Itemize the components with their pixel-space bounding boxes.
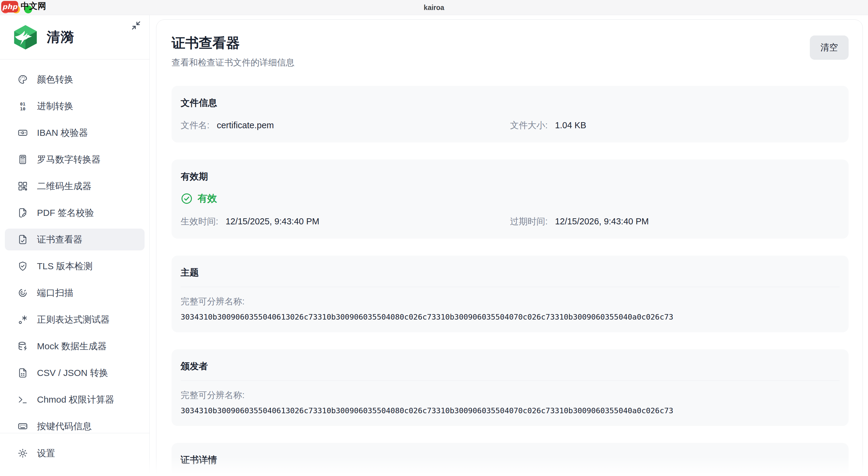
qrcode-icon [18, 181, 28, 191]
shield-check-icon [18, 261, 28, 271]
calculator-icon [18, 154, 28, 165]
valid-from-row: 生效时间: 12/15/2025, 9:43:40 PM [181, 215, 510, 228]
sidebar-item-label: PDF 签名校验 [37, 207, 94, 219]
file-name-label: 文件名: [181, 120, 210, 130]
sidebar-item-certificate-viewer[interactable]: 证书查看器 [5, 229, 145, 250]
valid-from-label: 生效时间: [181, 216, 218, 226]
issuer-dn-label: 完整可分辨名称: [181, 389, 839, 401]
subject-card: 主题 完整可分辨名称: 3034310b3009060355040613026c… [172, 256, 848, 332]
file-name-value: certificate.pem [217, 120, 274, 130]
sidebar-item-label: 按键代码信息 [37, 420, 92, 433]
issuer-card: 颁发者 完整可分辨名称: 3034310b3009060355040613026… [172, 349, 848, 426]
radar-icon [18, 288, 28, 298]
sidebar-footer: 设置 [0, 433, 149, 476]
circle-check-icon [181, 192, 193, 205]
banknote-icon [18, 128, 28, 138]
file-size-row: 文件大小: 1.04 KB [510, 119, 839, 131]
app-logo-icon [11, 23, 39, 51]
file-pen-icon [18, 208, 28, 218]
sidebar-item-label: CSV / JSON 转换 [37, 367, 108, 379]
subject-card-title: 主题 [181, 267, 839, 279]
file-table-icon [18, 368, 28, 378]
certificate-details-title: 证书详情 [181, 454, 839, 466]
card-divider [181, 287, 839, 287]
sidebar-item-label: 证书查看器 [37, 234, 83, 246]
sidebar-item-base-converter[interactable]: 01 10 进制转换 [5, 95, 145, 117]
sidebar-collapse-button[interactable] [129, 19, 143, 32]
validity-card-title: 有效期 [181, 170, 839, 183]
panel-header: 证书查看器 查看和检查证书文件的详细信息 清空 [172, 35, 848, 69]
validity-status: 有效 [181, 192, 839, 205]
sidebar-item-label: IBAN 校验器 [37, 127, 88, 139]
sidebar-item-regex-tester[interactable]: 正则表达式测试器 [5, 309, 145, 330]
clear-button[interactable]: 清空 [810, 35, 848, 60]
file-check-icon [18, 234, 28, 245]
valid-to-row: 过期时间: 12/15/2026, 9:43:40 PM [510, 215, 839, 228]
sidebar-item-chmod-calculator[interactable]: Chmod 权限计算器 [5, 389, 145, 411]
sidebar-item-label: 颜色转换 [37, 73, 73, 86]
validity-card: 有效期 有效 生效时间: 12/15/2025, 9:43:40 PM 过期时间… [172, 159, 848, 239]
sidebar-item-pdf-signature-check[interactable]: PDF 签名校验 [5, 202, 145, 224]
subject-dn-label: 完整可分辨名称: [181, 296, 839, 308]
certificate-viewer-panel: 证书查看器 查看和检查证书文件的详细信息 清空 文件信息 文件名: certif… [156, 20, 863, 476]
sidebar: 清漪 颜色转换 01 10 进制转换 [0, 15, 150, 476]
page-subtitle: 查看和检查证书文件的详细信息 [172, 57, 294, 69]
sidebar-item-iban-validator[interactable]: IBAN 校验器 [5, 122, 145, 144]
sidebar-item-color-converter[interactable]: 颜色转换 [5, 68, 145, 90]
sidebar-item-label: Mock 数据生成器 [37, 340, 107, 353]
window-title: kairoa [0, 0, 868, 15]
app-logo-text: 清漪 [47, 28, 74, 46]
validity-status-text: 有效 [197, 192, 217, 205]
main-area: 证书查看器 查看和检查证书文件的详细信息 清空 文件信息 文件名: certif… [150, 15, 868, 476]
collapse-arrows-icon [131, 21, 141, 30]
card-divider [181, 381, 839, 381]
palette-icon [18, 74, 28, 85]
sidebar-item-label: TLS 版本检测 [37, 260, 92, 273]
certificate-details-card: 证书详情 序列号: 10418470677827243277 版本: v0 算法… [172, 443, 848, 476]
panel-header-text: 证书查看器 查看和检查证书文件的详细信息 [172, 35, 294, 69]
validity-rows: 生效时间: 12/15/2025, 9:43:40 PM 过期时间: 12/15… [181, 215, 839, 228]
valid-to-value: 12/15/2026, 9:43:40 PM [555, 216, 649, 226]
database-zap-icon [18, 341, 28, 351]
valid-to-label: 过期时间: [510, 216, 548, 226]
sidebar-item-label: Chmod 权限计算器 [37, 393, 114, 406]
sidebar-item-tls-version-check[interactable]: TLS 版本检测 [5, 255, 145, 277]
sidebar-item-roman-numeral-converter[interactable]: 罗马数字转换器 [5, 149, 145, 170]
issuer-dn-value: 3034310b3009060355040613026c73310b300906… [181, 406, 839, 415]
sidebar-item-label: 罗马数字转换器 [37, 153, 101, 166]
php-logo-badge: php [1, 1, 18, 12]
terminal-icon [18, 394, 28, 405]
sidebar-item-label: 正则表达式测试器 [37, 314, 110, 326]
keyboard-icon [18, 421, 28, 432]
watermark-text: 中文网 [21, 1, 46, 11]
issuer-card-title: 颁发者 [181, 360, 839, 373]
sidebar-item-label: 二维码生成器 [37, 180, 92, 192]
file-size-label: 文件大小: [510, 120, 548, 130]
gear-icon [18, 448, 28, 458]
sidebar-item-qrcode-generator[interactable]: 二维码生成器 [5, 175, 145, 197]
php-cn-watermark: php 中文网 [1, 1, 46, 12]
file-name-row: 文件名: certificate.pem [181, 119, 510, 131]
subject-dn-value: 3034310b3009060355040613026c73310b300906… [181, 313, 839, 321]
sidebar-item-label: 端口扫描 [37, 287, 73, 299]
file-info-card: 文件信息 文件名: certificate.pem 文件大小: 1.04 KB [172, 86, 848, 143]
svg-text:10: 10 [20, 106, 26, 111]
sidebar-item-csv-json-converter[interactable]: CSV / JSON 转换 [5, 362, 145, 384]
regex-icon [18, 315, 28, 325]
sidebar-header: 清漪 [0, 15, 149, 59]
page-title: 证书查看器 [172, 35, 294, 51]
window-titlebar: php 中文网 kairoa [0, 0, 868, 15]
binary-icon: 01 10 [18, 101, 28, 111]
sidebar-item-label: 进制转换 [37, 100, 73, 113]
sidebar-item-mock-data-generator[interactable]: Mock 数据生成器 [5, 335, 145, 357]
sidebar-item-port-scanner[interactable]: 端口扫描 [5, 282, 145, 304]
file-info-card-title: 文件信息 [181, 97, 839, 109]
file-info-rows: 文件名: certificate.pem 文件大小: 1.04 KB [181, 119, 839, 131]
file-size-value: 1.04 KB [555, 120, 586, 130]
sidebar-nav: 颜色转换 01 10 进制转换 IBAN 校验器 罗马数字转换器 [0, 59, 149, 437]
sidebar-item-settings[interactable]: 设置 [5, 442, 145, 464]
sidebar-item-label: 设置 [37, 447, 55, 459]
valid-from-value: 12/15/2025, 9:43:40 PM [225, 216, 319, 226]
